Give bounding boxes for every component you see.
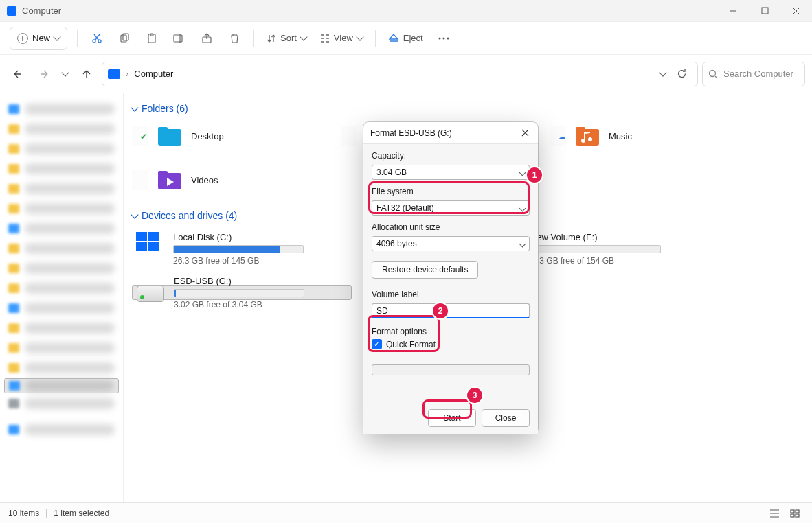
search-input[interactable]: Search Computer (702, 62, 805, 86)
chevron-down-icon (519, 170, 526, 176)
svg-rect-13 (158, 129, 181, 146)
cut-button[interactable] (83, 26, 111, 51)
quick-format-label: Quick Format (386, 340, 436, 349)
volume-label-input[interactable]: SD (372, 303, 530, 318)
navigation-row: › Computer Search Computer (0, 55, 812, 93)
drives-group-label: Devices and drives (4) (142, 210, 237, 221)
share-button[interactable] (193, 26, 221, 51)
refresh-button[interactable] (671, 64, 692, 84)
thumbnails-view-button[interactable] (786, 506, 804, 521)
drive-free-text: 26.3 GB free of 145 GB (173, 256, 304, 266)
minimize-button[interactable] (717, 0, 749, 22)
folder-icon (157, 169, 183, 191)
folder-name: Desktop (191, 131, 224, 141)
chevron-down-icon (61, 69, 69, 76)
paste-button[interactable] (138, 26, 166, 51)
address-bar[interactable]: › Computer (102, 62, 698, 86)
back-button[interactable] (7, 63, 29, 85)
drive-free-text: 3.02 GB free of 3.04 GB (174, 300, 304, 310)
chevron-down-icon (519, 241, 526, 248)
svg-rect-22 (158, 171, 168, 175)
drive-name: Local Disk (C:) (173, 232, 304, 242)
copy-button[interactable] (111, 26, 138, 51)
chevron-down-icon (131, 211, 138, 218)
view-label: View (334, 33, 353, 43)
filesystem-select[interactable]: FAT32 (Default) (372, 200, 530, 216)
sort-label: Sort (280, 33, 297, 43)
close-dialog-button[interactable]: Close (482, 409, 530, 427)
svg-point-10 (442, 37, 444, 39)
folder-item[interactable]: ☁Music (550, 121, 742, 151)
svg-rect-17 (576, 129, 599, 146)
svg-rect-0 (762, 8, 768, 14)
sync-status-icon: ✔ (132, 126, 148, 146)
svg-point-19 (581, 139, 585, 143)
drive-item[interactable]: Local Disk (C:)26.3 GB free of 145 GB (132, 228, 352, 270)
app-icon (7, 6, 16, 16)
folder-name: Videos (191, 175, 218, 185)
svg-rect-23 (791, 510, 794, 513)
svg-point-1 (93, 40, 95, 43)
dialog-titlebar: Format ESD-USB (G:) (363, 122, 538, 144)
delete-button[interactable] (221, 26, 248, 51)
details-view-button[interactable] (765, 506, 783, 521)
eject-button[interactable]: Eject (381, 26, 430, 51)
folder-item[interactable]: Videos (132, 165, 324, 195)
capacity-select[interactable]: 3.04 GB (372, 165, 530, 180)
close-button[interactable] (780, 0, 812, 22)
dialog-close-button[interactable] (519, 127, 531, 139)
chevron-down-icon (131, 104, 138, 111)
hdd-icon (137, 286, 164, 302)
sync-status-icon (341, 126, 357, 146)
sidebar-item-computer[interactable] (4, 378, 119, 393)
drive-usage-bar (173, 245, 304, 253)
restore-defaults-button[interactable]: Restore device defaults (372, 261, 478, 279)
start-button[interactable]: Start (428, 409, 476, 427)
search-placeholder: Search Computer (723, 69, 793, 79)
folder-item[interactable]: ✔Desktop (132, 121, 324, 151)
drive-usage-bar (530, 245, 661, 253)
status-selected-count: 1 item selected (54, 509, 109, 518)
up-button[interactable] (76, 63, 98, 85)
svg-rect-26 (796, 514, 799, 517)
format-options-label: Format options (372, 327, 427, 336)
chevron-down-icon (300, 33, 307, 40)
toolbar: New Sort View Eject (0, 22, 812, 55)
svg-point-20 (588, 137, 592, 141)
callout-1: 1 (527, 167, 542, 183)
format-progress (372, 364, 530, 375)
recent-button[interactable] (59, 63, 71, 85)
plus-icon (17, 33, 28, 44)
window-title: Computer (22, 5, 61, 16)
status-item-count: 10 items (8, 509, 39, 518)
maximize-button[interactable] (749, 0, 780, 22)
filesystem-label: File system (372, 187, 530, 196)
view-button[interactable]: View (313, 26, 370, 51)
new-button[interactable]: New (10, 27, 67, 50)
forward-button[interactable] (33, 63, 55, 85)
check-icon: ✓ (372, 339, 382, 349)
folder-name: Music (609, 131, 632, 141)
folders-group-header[interactable]: Folders (6) (132, 103, 804, 114)
titlebar: Computer (0, 0, 812, 22)
chevron-down-icon[interactable] (659, 69, 666, 76)
sort-button[interactable]: Sort (260, 26, 313, 51)
drive-name: ESD-USB (G:) (174, 276, 304, 286)
format-dialog: Format ESD-USB (G:) Capacity: 3.04 GB Fi… (363, 122, 538, 434)
rename-button[interactable] (166, 26, 193, 51)
sync-status-icon: ☁ (550, 126, 566, 146)
callout-2: 2 (433, 303, 448, 318)
drive-item[interactable]: ESD-USB (G:)3.02 GB free of 3.04 GB (132, 285, 352, 300)
sidebar[interactable] (0, 93, 124, 502)
capacity-label: Capacity: (372, 151, 530, 161)
breadcrumb-location[interactable]: Computer (134, 69, 173, 79)
drive-name: New Volume (E:) (530, 232, 661, 242)
svg-point-12 (710, 70, 716, 76)
format-options-group: Format options ✓ Quick Format (372, 327, 530, 349)
quick-format-checkbox[interactable]: ✓ Quick Format (372, 339, 530, 349)
allocation-select[interactable]: 4096 bytes (372, 236, 530, 251)
computer-icon (108, 69, 120, 79)
eject-label: Eject (403, 33, 423, 43)
more-button[interactable] (430, 26, 458, 51)
windows-drive-icon (136, 232, 159, 251)
